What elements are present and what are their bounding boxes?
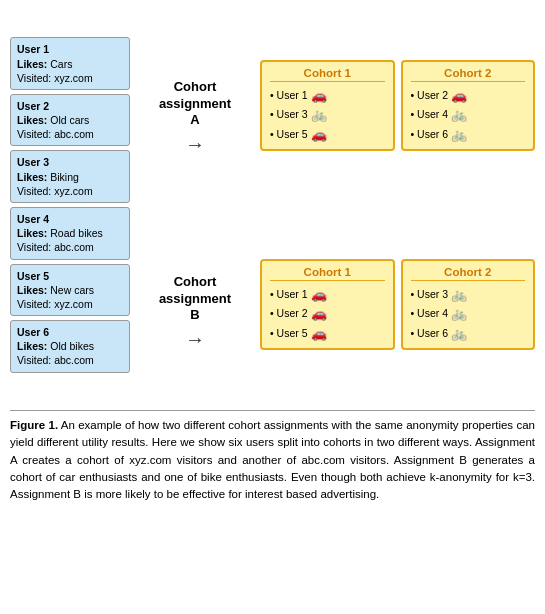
assignment-a-row-cohort-2: Cohort 2• User 2 🚗• User 4 🚲• User 6 🚲 (401, 60, 536, 152)
user-card-user4: User 4Likes: Road bikesVisited: abc.com (10, 207, 130, 260)
cohort-user-item: • User 1 🚗 (270, 285, 385, 305)
cohort-user-item: • User 4 🚲 (411, 304, 526, 324)
user-icon: 🚲 (451, 285, 467, 305)
assignment-b-row-cohort-2: Cohort 2• User 3 🚲• User 4 🚲• User 6 🚲 (401, 259, 536, 351)
user-icon: 🚲 (451, 125, 467, 145)
assignment-a-row-cohort-1: Cohort 1• User 1 🚗• User 3 🚲• User 5 🚗 (260, 60, 395, 152)
assignment-b-block: CohortassignmentB → (159, 274, 231, 352)
cohort-user-item: • User 4 🚲 (411, 105, 526, 125)
cohort-user-item: • User 3 🚲 (270, 105, 385, 125)
user-icon: 🚲 (311, 105, 327, 125)
cohort-user-item: • User 6 🚲 (411, 125, 526, 145)
cohort-user-item: • User 2 🚗 (411, 86, 526, 106)
user-icon: 🚗 (311, 285, 327, 305)
user-icon: 🚗 (311, 86, 327, 106)
user-name: User 3 (17, 156, 49, 168)
cohort-user-item: • User 2 🚗 (270, 304, 385, 324)
user-card-user6: User 6Likes: Old bikesVisited: abc.com (10, 320, 130, 373)
assignment-a-label: CohortassignmentA (159, 79, 231, 130)
cohort-user-item: • User 1 🚗 (270, 86, 385, 106)
user-icon: 🚗 (451, 86, 467, 106)
user-name: User 4 (17, 213, 49, 225)
right-section: Cohort 1• User 1 🚗• User 3 🚲• User 5 🚗Co… (260, 10, 535, 400)
cohort-user-item: • User 3 🚲 (411, 285, 526, 305)
user-card-user5: User 5Likes: New carsVisited: xyz.com (10, 264, 130, 317)
cohort-user-item: • User 5 🚗 (270, 324, 385, 344)
assignment-a-arrow: → (185, 133, 205, 156)
cohort-title: Cohort 1 (270, 266, 385, 281)
cohort-user-item: • User 6 🚲 (411, 324, 526, 344)
assignment-b-row-cohort-1: Cohort 1• User 1 🚗• User 2 🚗• User 5 🚗 (260, 259, 395, 351)
diagram-area: User 1Likes: CarsVisited: xyz.comUser 2L… (10, 10, 535, 400)
user-icon: 🚲 (451, 304, 467, 324)
assignment-b-row: Cohort 1• User 1 🚗• User 2 🚗• User 5 🚗Co… (260, 259, 535, 351)
assignment-b-arrow: → (185, 328, 205, 351)
user-name: User 2 (17, 100, 49, 112)
user-card-user1: User 1Likes: CarsVisited: xyz.com (10, 37, 130, 90)
user-icon: 🚗 (311, 304, 327, 324)
user-icon: 🚲 (451, 324, 467, 344)
middle-section: CohortassignmentA → CohortassignmentB → (130, 10, 260, 400)
assignment-b-label: CohortassignmentB (159, 274, 231, 325)
assignment-a-block: CohortassignmentA → (159, 79, 231, 157)
assignment-a-row: Cohort 1• User 1 🚗• User 3 🚲• User 5 🚗Co… (260, 60, 535, 152)
cohort-user-item: • User 5 🚗 (270, 125, 385, 145)
caption-text: An example of how two different cohort a… (10, 419, 535, 500)
user-name: User 6 (17, 326, 49, 338)
user-icon: 🚗 (311, 324, 327, 344)
user-card-user2: User 2Likes: Old carsVisited: abc.com (10, 94, 130, 147)
figure-caption: Figure 1. An example of how two differen… (10, 410, 535, 503)
user-name: User 1 (17, 43, 49, 55)
cohort-title: Cohort 2 (411, 67, 526, 82)
user-cards-column: User 1Likes: CarsVisited: xyz.comUser 2L… (10, 37, 130, 372)
cohort-title: Cohort 1 (270, 67, 385, 82)
user-card-user3: User 3Likes: BikingVisited: xyz.com (10, 150, 130, 203)
cohort-title: Cohort 2 (411, 266, 526, 281)
user-name: User 5 (17, 270, 49, 282)
figure-label: Figure 1. (10, 419, 58, 431)
user-icon: 🚗 (311, 125, 327, 145)
user-icon: 🚲 (451, 105, 467, 125)
